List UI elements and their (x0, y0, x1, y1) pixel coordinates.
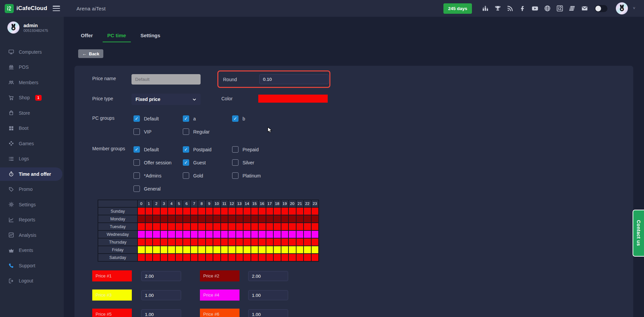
schedule-cell-thursday-16[interactable] (259, 239, 266, 246)
schedule-cell-tuesday-19[interactable] (281, 223, 288, 230)
schedule-cell-saturday-13[interactable] (236, 254, 243, 261)
checkbox-vip[interactable]: VIP (133, 125, 183, 138)
schedule-cell-monday-6[interactable] (183, 215, 190, 222)
schedule-cell-saturday-23[interactable] (312, 254, 319, 261)
day-label-thursday[interactable]: Thursday (98, 239, 137, 246)
checkbox--admins[interactable]: *Admins (133, 169, 183, 182)
schedule-cell-wednesday-15[interactable] (251, 231, 258, 238)
schedule-cell-sunday-4[interactable] (168, 208, 175, 215)
day-label-wednesday[interactable]: Wednesday (98, 231, 137, 238)
schedule-cell-thursday-12[interactable] (228, 239, 235, 246)
schedule-cell-saturday-22[interactable] (304, 254, 311, 261)
schedule-cell-wednesday-7[interactable] (191, 231, 198, 238)
price-color-box-5[interactable]: Price #5 (92, 309, 132, 317)
schedule-cell-sunday-12[interactable] (228, 208, 235, 215)
schedule-cell-sunday-5[interactable] (176, 208, 183, 215)
schedule-cell-thursday-5[interactable] (176, 239, 183, 246)
schedule-cell-tuesday-7[interactable] (191, 223, 198, 230)
schedule-cell-wednesday-20[interactable] (289, 231, 296, 238)
schedule-cell-saturday-7[interactable] (191, 254, 198, 261)
schedule-cell-thursday-1[interactable] (146, 239, 153, 246)
schedule-cell-friday-23[interactable] (312, 246, 319, 253)
schedule-cell-tuesday-14[interactable] (244, 223, 251, 230)
schedule-cell-thursday-7[interactable] (191, 239, 198, 246)
schedule-cell-sunday-15[interactable] (251, 208, 258, 215)
checkbox-general[interactable]: General (133, 182, 183, 195)
color-swatch[interactable] (258, 95, 328, 103)
schedule-cell-tuesday-18[interactable] (274, 223, 281, 230)
tab-pc-time[interactable]: PC time (107, 31, 126, 42)
schedule-cell-thursday-8[interactable] (198, 239, 205, 246)
schedule-cell-thursday-19[interactable] (281, 239, 288, 246)
schedule-cell-saturday-2[interactable] (153, 254, 160, 261)
schedule-cell-saturday-1[interactable] (146, 254, 153, 261)
schedule-cell-thursday-21[interactable] (297, 239, 304, 246)
schedule-cell-saturday-14[interactable] (244, 254, 251, 261)
price-value-input-1[interactable] (141, 271, 181, 281)
schedule-cell-wednesday-21[interactable] (297, 231, 304, 238)
schedule-cell-tuesday-10[interactable] (213, 223, 220, 230)
sidebar-item-settings[interactable]: Settings (0, 197, 64, 212)
schedule-cell-saturday-5[interactable] (176, 254, 183, 261)
tab-offer[interactable]: Offer (81, 31, 93, 42)
sidebar-item-logout[interactable]: Logout (0, 273, 64, 289)
schedule-cell-saturday-10[interactable] (213, 254, 220, 261)
price-color-box-2[interactable]: Price #2 (200, 270, 239, 281)
schedule-cell-tuesday-22[interactable] (304, 223, 311, 230)
schedule-cell-thursday-23[interactable] (312, 239, 319, 246)
schedule-cell-wednesday-22[interactable] (304, 231, 311, 238)
price-color-box-4[interactable]: Price #4 (200, 289, 239, 301)
schedule-cell-saturday-19[interactable] (281, 254, 288, 261)
schedule-cell-sunday-9[interactable] (206, 208, 213, 215)
schedule-cell-wednesday-3[interactable] (161, 231, 168, 238)
round-input[interactable] (259, 74, 329, 84)
schedule-cell-wednesday-4[interactable] (168, 231, 175, 238)
schedule-cell-friday-2[interactable] (153, 246, 160, 253)
schedule-cell-thursday-10[interactable] (213, 239, 220, 246)
trophy-icon[interactable] (494, 5, 501, 12)
sidebar-item-shop[interactable]: Shop 1 (0, 90, 64, 106)
schedule-cell-monday-13[interactable] (236, 215, 243, 222)
schedule-cell-monday-0[interactable] (138, 215, 145, 222)
day-label-friday[interactable]: Friday (98, 246, 137, 253)
schedule-cell-tuesday-0[interactable] (138, 223, 145, 230)
sidebar-item-store[interactable]: Store (0, 105, 64, 121)
schedule-cell-monday-21[interactable] (297, 215, 304, 222)
schedule-cell-thursday-3[interactable] (161, 239, 168, 246)
checkbox-postpaid[interactable]: ✓ Postpaid (183, 143, 232, 156)
schedule-cell-wednesday-9[interactable] (206, 231, 213, 238)
schedule-cell-thursday-2[interactable] (153, 239, 160, 246)
schedule-cell-thursday-18[interactable] (274, 239, 281, 246)
schedule-cell-saturday-17[interactable] (266, 254, 273, 261)
schedule-cell-friday-3[interactable] (161, 246, 168, 253)
day-label-saturday[interactable]: Saturday (98, 254, 137, 261)
schedule-cell-monday-8[interactable] (198, 215, 205, 222)
price-color-box-6[interactable]: Price #6 (200, 309, 239, 317)
schedule-cell-wednesday-2[interactable] (153, 231, 160, 238)
schedule-cell-friday-4[interactable] (168, 246, 175, 253)
sidebar-item-analysis[interactable]: Analysis (0, 227, 64, 243)
sidebar-item-logs[interactable]: Logs (0, 151, 64, 167)
schedule-cell-wednesday-14[interactable] (244, 231, 251, 238)
schedule-cell-monday-15[interactable] (251, 215, 258, 222)
schedule-cell-tuesday-13[interactable] (236, 223, 243, 230)
day-label-tuesday[interactable]: Tuesday (98, 223, 137, 230)
schedule-cell-thursday-0[interactable] (138, 239, 145, 246)
schedule-cell-monday-1[interactable] (146, 215, 153, 222)
checkbox-regular[interactable]: Regular (183, 125, 232, 138)
schedule-cell-thursday-13[interactable] (236, 239, 243, 246)
schedule-cell-sunday-20[interactable] (289, 208, 296, 215)
schedule-cell-tuesday-8[interactable] (198, 223, 205, 230)
schedule-cell-thursday-6[interactable] (183, 239, 190, 246)
schedule-cell-wednesday-16[interactable] (259, 231, 266, 238)
schedule-cell-saturday-12[interactable] (228, 254, 235, 261)
theme-toggle[interactable] (595, 5, 607, 12)
schedule-cell-sunday-6[interactable] (183, 208, 190, 215)
schedule-cell-saturday-20[interactable] (289, 254, 296, 261)
price-color-box-1[interactable]: Price #1 (92, 270, 132, 281)
schedule-cell-saturday-9[interactable] (206, 254, 213, 261)
sidebar-item-support[interactable]: Support (0, 258, 64, 273)
schedule-cell-tuesday-17[interactable] (266, 223, 273, 230)
checkbox-default[interactable]: ✓ Default (133, 112, 183, 125)
schedule-cell-wednesday-8[interactable] (198, 231, 205, 238)
